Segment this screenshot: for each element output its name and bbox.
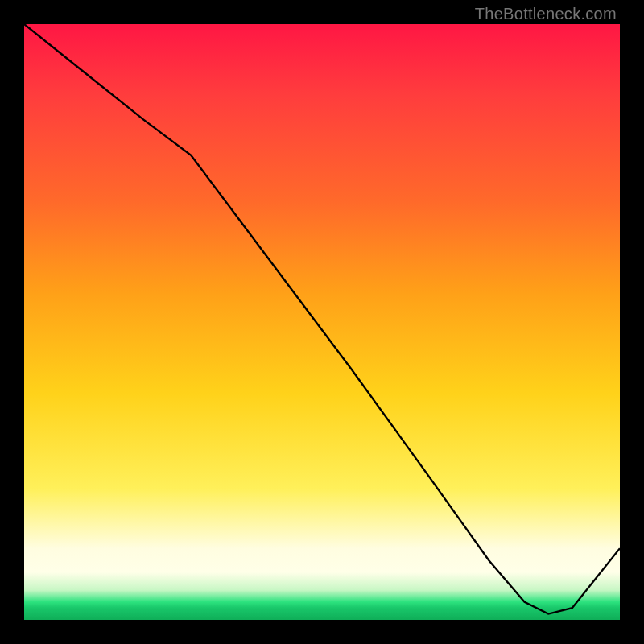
attribution-text: TheBottleneck.com bbox=[475, 5, 617, 23]
bottleneck-curve bbox=[24, 24, 620, 620]
chart-frame bbox=[24, 24, 620, 620]
curve-path bbox=[24, 24, 620, 614]
